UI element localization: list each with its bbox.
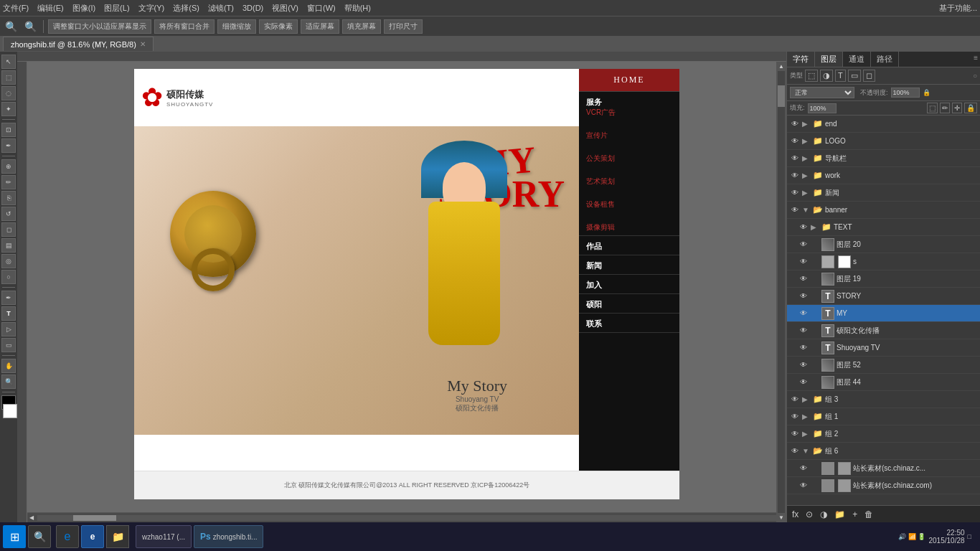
fit-window-btn[interactable]: 调整窗口大小以适应屏幕显示: [48, 19, 151, 34]
tab-channels[interactable]: 通道: [843, 52, 871, 67]
blur-tool[interactable]: ◎: [1, 254, 16, 268]
menu-file[interactable]: 文件(F): [3, 3, 29, 14]
nav-vcr[interactable]: VCR广告: [586, 108, 672, 118]
layer-group2[interactable]: 👁 ▶ 📁 组 2: [787, 425, 980, 443]
file-tab[interactable]: zhongshib.tif @ 81.6% (MY, RGB/8) ✕: [3, 37, 154, 51]
marquee-tool[interactable]: ⬚: [1, 70, 16, 85]
tab-paths[interactable]: 路径: [871, 52, 899, 67]
workspace-button[interactable]: 基于功能...: [939, 3, 977, 14]
eye-icon-navbar[interactable]: 👁: [790, 154, 800, 162]
lock-position-icon[interactable]: ✛: [952, 103, 962, 113]
eyedropper-tool[interactable]: ✒: [1, 138, 16, 153]
healing-tool[interactable]: ⊕: [1, 159, 16, 174]
layer-work[interactable]: 👁 ▶ 📁 work: [787, 167, 980, 184]
merge-windows-btn[interactable]: 将所有窗口合并: [154, 19, 215, 34]
nav-equipment[interactable]: 设备租售: [586, 199, 672, 209]
close-tab-icon[interactable]: ✕: [140, 40, 146, 48]
scroll-left-btn[interactable]: ◀: [27, 514, 36, 521]
expand-group6[interactable]: ▼: [802, 447, 811, 455]
eye-icon-banner[interactable]: 👁: [790, 206, 800, 214]
layer-group6[interactable]: 👁 ▼ 📂 组 6: [787, 443, 980, 460]
nav-promo[interactable]: 宣传片: [586, 131, 672, 141]
expand-navbar[interactable]: ▶: [802, 154, 811, 162]
scroll-up-btn[interactable]: ▲: [778, 63, 784, 70]
layer-end[interactable]: 👁 ▶ 📁 end: [787, 116, 980, 133]
layer-navbar[interactable]: 👁 ▶ 📁 导航栏: [787, 150, 980, 167]
fill-input[interactable]: [808, 103, 837, 113]
pixel-layer-icon[interactable]: ⬚: [805, 70, 818, 82]
expand-work[interactable]: ▶: [802, 171, 811, 179]
eye-icon-text-folder[interactable]: 👁: [798, 223, 809, 231]
expand-group2[interactable]: ▶: [802, 430, 811, 438]
eye-icon-group2[interactable]: 👁: [790, 430, 800, 438]
lasso-tool[interactable]: ◌: [1, 86, 16, 100]
layer-mask-icon[interactable]: ⊙: [804, 509, 815, 519]
actual-pixels-btn[interactable]: 实际像素: [259, 19, 298, 34]
menu-text[interactable]: 文字(Y): [138, 3, 165, 14]
scroll-down-btn[interactable]: ▼: [778, 514, 784, 521]
eye-icon-group6[interactable]: 👁: [790, 447, 800, 455]
filter-toggle[interactable]: ○: [973, 72, 977, 80]
lock-all-icon[interactable]: 🔒: [964, 103, 977, 113]
print-size-btn[interactable]: 打印尺寸: [384, 19, 423, 34]
gradient-tool[interactable]: ▤: [1, 238, 16, 253]
taskbar-edge[interactable]: e: [56, 525, 79, 548]
layer-group1[interactable]: 👁 ▶ 📁 组 1: [787, 408, 980, 425]
eye-icon-group1[interactable]: 👁: [790, 413, 800, 420]
fit-screen-btn[interactable]: 适应屏幕: [301, 19, 339, 34]
menu-select[interactable]: 选择(S): [173, 3, 199, 14]
eye-icon-layer19[interactable]: 👁: [798, 275, 809, 283]
scroll-thumb[interactable]: [73, 515, 116, 521]
nav-filming[interactable]: 摄像剪辑: [586, 222, 672, 232]
layer-shuoyang-tv[interactable]: 👁 T Shuoyang TV: [787, 339, 980, 357]
nav-pr[interactable]: 公关策划: [586, 154, 672, 164]
layer-new-icon[interactable]: +: [850, 509, 859, 519]
menu-filter[interactable]: 滤镜(T): [208, 3, 234, 14]
notification-icon[interactable]: □: [968, 533, 971, 540]
menu-view[interactable]: 视图(V): [272, 3, 298, 14]
menu-layer[interactable]: 图层(L): [104, 3, 129, 14]
scroll-track[interactable]: [37, 515, 776, 521]
horizontal-scrollbar[interactable]: ◀ ▶: [27, 512, 786, 522]
tab-layers[interactable]: 图层: [815, 52, 843, 67]
eraser-tool[interactable]: ◻: [1, 222, 16, 237]
eye-icon-news[interactable]: 👁: [790, 189, 800, 197]
expand-group1[interactable]: ▶: [802, 413, 811, 420]
layer-52[interactable]: 👁 图层 52: [787, 357, 980, 374]
zoom-out-icon[interactable]: 🔍: [3, 21, 19, 32]
zoom-in-icon[interactable]: 🔍: [22, 21, 39, 32]
menu-3d[interactable]: 3D(D): [242, 4, 263, 12]
layer-fx-icon[interactable]: fx: [790, 509, 801, 519]
layer-story[interactable]: 👁 T STORY: [787, 288, 980, 305]
hand-tool[interactable]: ✋: [1, 359, 16, 373]
nav-home[interactable]: HOME: [579, 69, 679, 92]
layer-banner[interactable]: 👁 ▼ 📂 banner: [787, 202, 980, 219]
taskbar-ie[interactable]: e: [81, 525, 104, 548]
eye-icon-story[interactable]: 👁: [798, 292, 809, 300]
expand-group3[interactable]: ▶: [802, 395, 811, 403]
menu-edit[interactable]: 编辑(E): [37, 3, 64, 14]
layer-my[interactable]: 👁 T MY: [787, 305, 980, 322]
layer-zz2[interactable]: 👁 站长素材(sc.chinaz.com): [787, 477, 980, 494]
lock-transparent-icon[interactable]: ⬚: [927, 103, 938, 113]
expand-end[interactable]: ▶: [802, 120, 811, 128]
layer-delete-icon[interactable]: 🗑: [862, 509, 875, 519]
clone-tool[interactable]: ⎘: [1, 191, 16, 205]
eye-icon-layer52[interactable]: 👁: [798, 361, 809, 369]
layer-zz1[interactable]: 👁 站长素材(sc.chinaz.c...: [787, 460, 980, 477]
layer-s[interactable]: 👁 s: [787, 253, 980, 270]
eye-icon-shuoyang-tv[interactable]: 👁: [798, 344, 809, 352]
eye-icon-layer20[interactable]: 👁: [798, 240, 809, 248]
eye-icon-my[interactable]: 👁: [798, 309, 809, 317]
taskbar-ps-window[interactable]: Ps zhongshib.ti...: [194, 525, 263, 548]
pen-tool[interactable]: ✒: [1, 291, 16, 305]
dodge-tool[interactable]: ○: [1, 270, 16, 284]
layer-44[interactable]: 👁 图层 44: [787, 374, 980, 391]
background-color[interactable]: [3, 404, 17, 418]
text-layer-icon[interactable]: T: [835, 70, 846, 82]
fill-screen-btn[interactable]: 填充屏幕: [342, 19, 381, 34]
eye-icon-layer44[interactable]: 👁: [798, 378, 809, 386]
eye-icon-group3[interactable]: 👁: [790, 395, 800, 403]
eye-icon-work[interactable]: 👁: [790, 171, 800, 179]
menu-image[interactable]: 图像(I): [72, 3, 95, 14]
